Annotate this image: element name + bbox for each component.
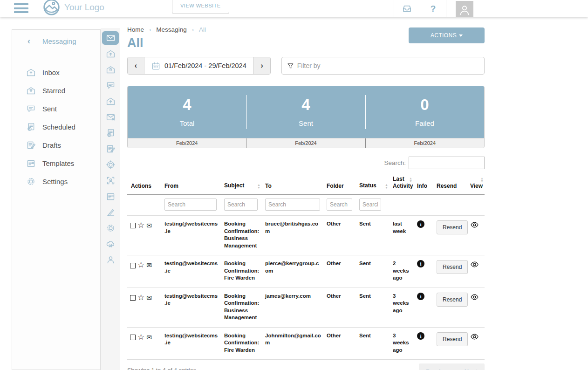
sort-arrows-icon[interactable] [385, 184, 388, 189]
subject-column-search[interactable] [224, 199, 258, 211]
envelope-icon[interactable] [146, 222, 152, 229]
sidebar-item-label: Sent [42, 105, 57, 113]
signatures-icon[interactable] [102, 206, 119, 219]
info-icon[interactable] [417, 260, 424, 267]
star-icon[interactable] [137, 221, 144, 230]
next-page-button[interactable]: Next [465, 368, 478, 370]
sidebar-item-settings[interactable]: Settings [12, 172, 100, 191]
outbox-icon[interactable] [102, 95, 119, 108]
status-column-search[interactable] [359, 199, 381, 211]
user-avatar-button[interactable] [446, 0, 483, 17]
col-header-view[interactable]: View [466, 173, 485, 195]
row-last-activity: 3 weeks ago [393, 333, 409, 353]
previous-page-button[interactable]: Previous [426, 368, 451, 370]
star-icon[interactable] [137, 333, 144, 342]
resend-button[interactable]: Resend [437, 220, 468, 234]
view-eye-icon[interactable] [470, 332, 479, 341]
hamburger-menu-icon[interactable] [14, 3, 28, 15]
row-checkbox[interactable] [130, 295, 136, 301]
col-header-to: To [261, 173, 323, 195]
sort-arrows-icon[interactable] [480, 177, 484, 183]
info-icon[interactable] [417, 332, 424, 340]
info-icon[interactable] [417, 220, 424, 228]
sidebar-item-label: Starred [42, 87, 65, 95]
col-header-last-activity[interactable]: Last Activity [389, 173, 413, 195]
breadcrumb-home[interactable]: Home [127, 26, 144, 33]
unsubscribed-icon[interactable] [102, 110, 119, 124]
col-header-folder: Folder [323, 173, 356, 195]
app-logo[interactable]: Your Logo [43, 0, 104, 16]
date-range-picker[interactable]: 01/Feb/2024 - 29/Feb/2024 [144, 57, 253, 74]
to-column-search[interactable] [265, 199, 320, 211]
col-header-actions: Actions [127, 173, 161, 195]
row-to: Johnmilton@gmail.com [265, 333, 321, 346]
drafts-icon[interactable] [102, 142, 119, 156]
filter-input[interactable] [297, 62, 479, 69]
envelope-icon[interactable] [146, 261, 152, 269]
row-checkbox[interactable] [130, 263, 136, 268]
campaigns-icon[interactable] [102, 158, 119, 171]
sidebar-item-starred[interactable]: Starred [12, 82, 100, 100]
settings-gear-icon[interactable] [102, 221, 119, 235]
sidebar-item-drafts[interactable]: Drafts [12, 136, 100, 154]
row-to: pierce@kerrygroup.com [265, 260, 319, 274]
help-button[interactable]: ? [420, 0, 446, 17]
caret-down-icon [459, 34, 463, 37]
star-icon[interactable] [137, 293, 144, 302]
icon-rail [101, 28, 120, 370]
entries-summary: Showing 1 to 4 of 4 entries [127, 367, 196, 370]
date-prev-button[interactable] [128, 57, 144, 74]
row-checkbox[interactable] [130, 223, 136, 228]
envelope-icon[interactable] [146, 334, 152, 341]
row-to: bruce@britishgas.com [265, 221, 318, 234]
sidebar-item-inbox[interactable]: Inbox [12, 63, 100, 82]
stat-total-label: Total [180, 119, 195, 127]
star-icon[interactable] [137, 260, 144, 269]
sort-arrows-icon[interactable] [409, 177, 412, 183]
row-folder: Other [327, 221, 341, 226]
sync-cloud-icon[interactable] [102, 237, 119, 251]
main-content: Home Messaging All ACTIONS All 01/Feb/20… [127, 26, 485, 370]
view-eye-icon[interactable] [470, 293, 479, 301]
logo-image-icon [43, 0, 60, 16]
starred-icon[interactable] [102, 63, 119, 76]
resend-button[interactable]: Resend [437, 260, 468, 274]
from-column-search[interactable] [164, 199, 217, 211]
row-subject: Booking Confirmation: Business Managemen… [224, 221, 259, 248]
col-header-status[interactable]: Status [356, 173, 389, 195]
sort-arrows-icon[interactable] [257, 184, 260, 189]
contacts-icon[interactable] [102, 174, 119, 187]
view-eye-icon[interactable] [470, 220, 479, 229]
row-status: Sent [359, 333, 371, 338]
resend-button[interactable]: Resend [437, 332, 468, 346]
row-checkbox[interactable] [130, 335, 136, 340]
date-next-button[interactable] [253, 57, 270, 74]
col-header-subject[interactable]: Subject [220, 173, 261, 195]
newsletters-icon[interactable] [102, 190, 119, 203]
sent-icon[interactable] [102, 79, 119, 92]
row-subject: Booking Confirmation: Fire Warden [224, 333, 259, 353]
sent-bubble-icon [26, 104, 36, 114]
sidebar-back-header[interactable]: Messaging [12, 29, 101, 53]
envelope-icon[interactable] [146, 294, 152, 301]
view-website-button[interactable]: VIEW WEBSITE [172, 0, 229, 14]
inbox-tray-button[interactable] [394, 0, 420, 17]
col-header-from: From [161, 173, 220, 195]
sidebar-item-sent[interactable]: Sent [12, 100, 100, 118]
row-status: Sent [359, 260, 371, 266]
info-icon[interactable] [417, 293, 424, 300]
breadcrumb-all: All [187, 26, 206, 33]
sidebar-item-scheduled[interactable]: Scheduled [12, 118, 100, 136]
scheduled-icon[interactable] [102, 126, 119, 140]
global-search-input[interactable] [409, 157, 485, 169]
sidebar-item-templates[interactable]: Templates [12, 154, 100, 172]
resend-button[interactable]: Resend [437, 293, 468, 307]
breadcrumb-messaging[interactable]: Messaging [144, 26, 187, 33]
messages-all-icon[interactable] [102, 31, 119, 45]
profile-icon[interactable] [102, 253, 119, 267]
view-eye-icon[interactable] [470, 260, 479, 269]
folder-column-search[interactable] [327, 199, 352, 211]
sidebar-item-label: Drafts [42, 141, 61, 149]
actions-dropdown-button[interactable]: ACTIONS [409, 27, 485, 43]
inbox-icon[interactable] [102, 47, 119, 61]
